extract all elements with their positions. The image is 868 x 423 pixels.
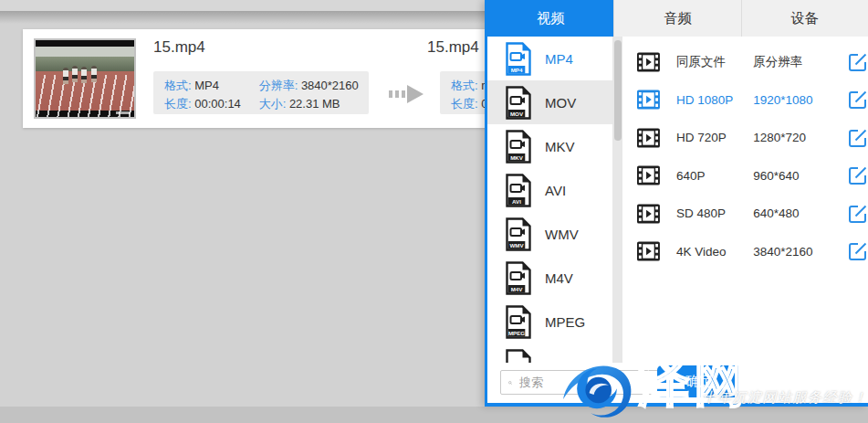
format-item-label: M4V bbox=[545, 270, 573, 286]
format-search-box[interactable] bbox=[500, 370, 683, 395]
profile-name: 4K Video bbox=[676, 245, 753, 259]
tab-device[interactable]: 设备 bbox=[741, 0, 868, 37]
edit-pencil-icon bbox=[848, 241, 868, 261]
profile-resolution: 1280*720 bbox=[753, 131, 842, 144]
profile-name: HD 1080P bbox=[676, 93, 753, 107]
confirm-button[interactable]: 确定 bbox=[657, 365, 741, 397]
file-format-icon: MP4 bbox=[505, 42, 532, 76]
profile-name: 同原文件 bbox=[676, 54, 753, 70]
search-icon bbox=[508, 376, 512, 389]
file-format-icon: MPEG bbox=[505, 305, 532, 339]
file-format-icon: MKV bbox=[505, 130, 532, 164]
svg-text:MP4: MP4 bbox=[511, 66, 523, 72]
video-thumbnail[interactable] bbox=[34, 38, 136, 119]
file-format-icon: MOV bbox=[505, 86, 532, 120]
profile-list: 同原文件 原分辨率 bbox=[622, 37, 868, 363]
format-item-mov[interactable]: MOV MOV bbox=[487, 80, 612, 124]
thumbnail-person bbox=[91, 66, 97, 82]
profile-row-hd1080p[interactable]: HD 1080P 1920*1080 bbox=[622, 81, 868, 120]
format-item-m4v[interactable]: M4V M4V bbox=[487, 256, 612, 300]
size-label: 大小: bbox=[259, 97, 287, 111]
format-item-label: MPEG bbox=[545, 314, 585, 330]
duration-label: 长度: bbox=[164, 97, 192, 111]
format-value: MP4 bbox=[194, 79, 219, 92]
svg-text:MOV: MOV bbox=[510, 110, 524, 116]
format-item-mkv[interactable]: MKV MKV bbox=[487, 124, 612, 168]
file-format-icon: WMV bbox=[505, 217, 532, 251]
film-icon bbox=[637, 90, 660, 110]
profile-resolution: 640*480 bbox=[753, 206, 842, 220]
svg-text:WMV: WMV bbox=[509, 241, 524, 248]
film-icon bbox=[637, 165, 660, 185]
edit-pencil-icon bbox=[848, 128, 868, 148]
format-item-label: WMV bbox=[545, 227, 579, 242]
profile-resolution: 原分辨率 bbox=[753, 54, 842, 70]
panel-footer: 确定 bbox=[487, 363, 868, 403]
film-icon bbox=[637, 128, 660, 148]
film-icon bbox=[637, 204, 660, 224]
edit-pencil-icon bbox=[848, 204, 868, 224]
thumbnail-watermark bbox=[116, 111, 131, 114]
resolution-value: 3840*2160 bbox=[301, 79, 359, 92]
thumbnail-person bbox=[72, 66, 78, 82]
format-item-label: AVI bbox=[545, 183, 566, 198]
video-format-list: MP4 MP4 MOV MOV bbox=[487, 37, 612, 363]
edit-profile-button[interactable] bbox=[848, 52, 868, 72]
resolution-label: 分辨率: bbox=[259, 79, 298, 92]
edit-profile-button[interactable] bbox=[848, 241, 868, 261]
svg-text:MKV: MKV bbox=[510, 153, 524, 160]
tab-video[interactable]: 视频 bbox=[487, 0, 613, 37]
duration-label: 长度: bbox=[451, 97, 478, 111]
tab-audio[interactable]: 音频 bbox=[613, 0, 740, 37]
edit-profile-button[interactable] bbox=[848, 128, 868, 148]
convert-arrow-icon bbox=[389, 84, 425, 104]
edit-profile-button[interactable] bbox=[848, 165, 868, 185]
format-label: 格式: bbox=[164, 79, 192, 92]
format-item-wmv[interactable]: WMV WMV bbox=[487, 212, 612, 256]
format-tabs: 视频 音频 设备 bbox=[487, 0, 868, 37]
file-format-icon bbox=[505, 349, 532, 364]
svg-text:MPEG: MPEG bbox=[508, 329, 525, 335]
thumbnail-person bbox=[63, 68, 68, 84]
panel-body: MP4 MP4 MOV MOV bbox=[487, 37, 868, 363]
profile-name: SD 480P bbox=[676, 206, 753, 220]
source-file-info: 格式: MP4 分辨率: 3840*2160 长度: 00:00:14 大小: … bbox=[153, 71, 369, 114]
file-format-icon: M4V bbox=[505, 261, 532, 295]
format-label: 格式: bbox=[451, 79, 478, 92]
profile-resolution: 1920*1080 bbox=[753, 93, 842, 107]
format-item-label: MOV bbox=[545, 95, 576, 111]
output-file-name: 15.mp4 bbox=[427, 38, 479, 57]
file-format-icon: AVI bbox=[505, 174, 532, 207]
size-value: 22.31 MB bbox=[289, 97, 340, 111]
edit-profile-button[interactable] bbox=[848, 90, 868, 110]
film-icon bbox=[637, 241, 660, 261]
app-window: 15.mp4 格式: MP4 分辨率: 3840*2160 长度: 00:00:… bbox=[0, 0, 868, 423]
profile-row-original[interactable]: 同原文件 原分辨率 bbox=[622, 43, 868, 81]
profile-row-4k[interactable]: 4K Video 3840*2160 bbox=[622, 233, 868, 271]
format-item-mp4[interactable]: MP4 MP4 bbox=[487, 37, 612, 80]
profile-row-hd720p[interactable]: HD 720P 1280*720 bbox=[622, 119, 868, 157]
edit-profile-button[interactable] bbox=[848, 204, 868, 224]
edit-pencil-icon bbox=[848, 90, 868, 110]
format-item-avi[interactable]: AVI AVI bbox=[487, 168, 612, 212]
svg-text:AVI: AVI bbox=[512, 197, 521, 204]
format-item-label: MP4 bbox=[545, 51, 573, 67]
edit-pencil-icon bbox=[848, 165, 868, 185]
format-item-mpeg[interactable]: MPEG MPEG bbox=[487, 300, 612, 344]
edit-pencil-icon bbox=[848, 52, 868, 72]
profile-resolution: 960*640 bbox=[753, 169, 842, 183]
scrollbar-thumb[interactable] bbox=[614, 40, 622, 141]
profile-resolution: 3840*2160 bbox=[753, 245, 842, 259]
format-list-scrollbar[interactable] bbox=[612, 37, 622, 363]
bottom-strip bbox=[0, 407, 868, 423]
source-file-name: 15.mp4 bbox=[153, 38, 205, 57]
format-item-label: MKV bbox=[545, 139, 575, 154]
output-format-panel: 视频 音频 设备 MP4 MP4 bbox=[485, 0, 868, 407]
profile-row-640p[interactable]: 640P 960*640 bbox=[622, 157, 868, 196]
profile-name: HD 720P bbox=[676, 131, 753, 144]
profile-name: 640P bbox=[676, 169, 753, 183]
duration-value: 00:00:14 bbox=[194, 97, 241, 111]
profile-row-sd480p[interactable]: SD 480P 640*480 bbox=[622, 195, 868, 233]
thumbnail-person bbox=[81, 67, 87, 83]
format-item-partial[interactable] bbox=[487, 344, 612, 363]
